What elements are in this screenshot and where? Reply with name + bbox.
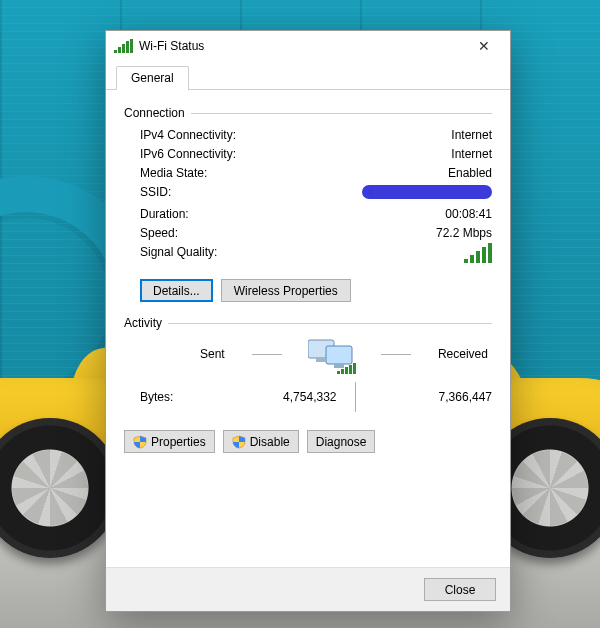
dialog-content: Connection IPv4 Connectivity: Internet I…: [106, 90, 510, 567]
ipv4-value: Internet: [451, 128, 492, 142]
row-ssid: SSID:: [124, 183, 492, 205]
disable-button[interactable]: Disable: [223, 430, 299, 453]
ssid-redacted: [362, 185, 492, 199]
activity-section-label: Activity: [124, 316, 162, 330]
properties-button[interactable]: Properties: [124, 430, 215, 453]
desktop: Wi-Fi Status ✕ General Connection IPv4 C…: [0, 0, 600, 628]
row-media-state: Media State: Enabled: [124, 164, 492, 183]
row-ipv6: IPv6 Connectivity: Internet: [124, 145, 492, 164]
row-signal-quality: Signal Quality:: [124, 243, 492, 269]
wifi-status-dialog: Wi-Fi Status ✕ General Connection IPv4 C…: [105, 30, 511, 612]
connection-section-title: Connection: [124, 106, 492, 120]
svg-rect-2: [316, 358, 326, 362]
connection-section-label: Connection: [124, 106, 185, 120]
diagnose-button[interactable]: Diagnose: [307, 430, 376, 453]
dialog-footer: Close: [106, 567, 510, 611]
properties-button-label: Properties: [151, 435, 206, 449]
close-icon: ✕: [478, 38, 490, 54]
media-state-value: Enabled: [448, 166, 492, 180]
row-ipv4: IPv4 Connectivity: Internet: [124, 126, 492, 145]
window-title: Wi-Fi Status: [139, 39, 464, 53]
bytes-sent-value: 4,754,332: [200, 390, 355, 404]
titlebar[interactable]: Wi-Fi Status ✕: [106, 31, 510, 61]
duration-value: 00:08:41: [445, 207, 492, 221]
row-speed: Speed: 72.2 Mbps: [124, 224, 492, 243]
tabstrip: General: [106, 61, 510, 90]
diagnose-button-label: Diagnose: [316, 435, 367, 449]
shield-icon: [133, 435, 147, 449]
disable-button-label: Disable: [250, 435, 290, 449]
media-state-label: Media State:: [140, 166, 207, 180]
close-footer-button[interactable]: Close: [424, 578, 496, 601]
signal-bars-icon: [464, 245, 492, 263]
bytes-received-value: 7,366,447: [356, 390, 493, 404]
activity-section-title: Activity: [124, 316, 492, 330]
ssid-label: SSID:: [140, 185, 171, 202]
tab-general[interactable]: General: [116, 66, 189, 90]
wireless-properties-button[interactable]: Wireless Properties: [221, 279, 351, 302]
speed-label: Speed:: [140, 226, 178, 240]
speed-value: 72.2 Mbps: [436, 226, 492, 240]
ipv6-value: Internet: [451, 147, 492, 161]
activity-monitors-icon: [308, 336, 354, 372]
activity-received-label: Received: [438, 347, 488, 361]
signal-quality-label: Signal Quality:: [140, 245, 217, 266]
signal-quality-value: [464, 245, 492, 266]
ssid-value: [362, 185, 492, 202]
activity-sent-label: Sent: [200, 347, 225, 361]
details-button[interactable]: Details...: [140, 279, 213, 302]
row-duration: Duration: 00:08:41: [124, 205, 492, 224]
duration-label: Duration:: [140, 207, 189, 221]
bytes-label: Bytes:: [140, 390, 200, 404]
ipv6-label: IPv6 Connectivity:: [140, 147, 236, 161]
shield-icon: [232, 435, 246, 449]
ipv4-label: IPv4 Connectivity:: [140, 128, 236, 142]
close-button[interactable]: ✕: [464, 32, 504, 60]
wifi-icon: [114, 39, 133, 53]
